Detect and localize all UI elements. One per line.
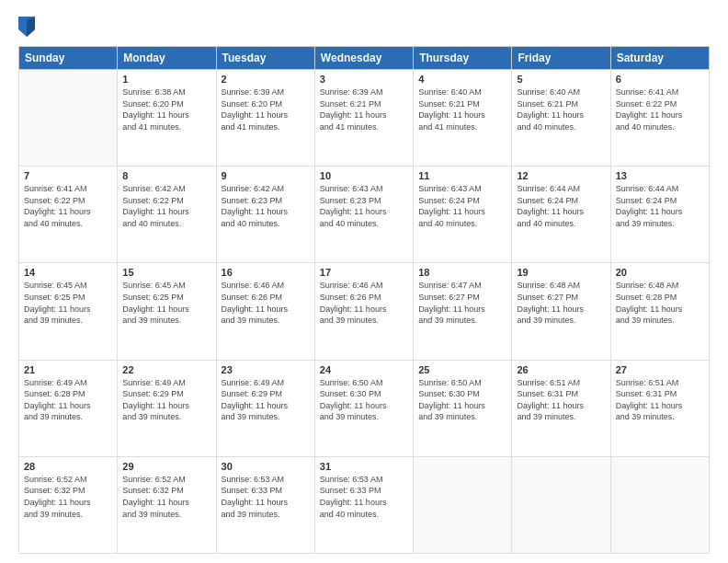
- day-info: Sunrise: 6:45 AM Sunset: 6:25 PM Dayligh…: [24, 280, 112, 326]
- day-number: 19: [517, 267, 605, 278]
- weekday-header: Friday: [512, 47, 610, 70]
- day-number: 16: [222, 267, 310, 278]
- calendar-cell: 23Sunrise: 6:49 AM Sunset: 6:29 PM Dayli…: [216, 360, 314, 456]
- day-number: 3: [320, 74, 408, 85]
- day-info: Sunrise: 6:52 AM Sunset: 6:32 PM Dayligh…: [24, 474, 112, 520]
- day-number: 23: [222, 364, 310, 375]
- day-number: 15: [122, 267, 210, 278]
- day-number: 1: [122, 74, 210, 85]
- calendar-cell: 9Sunrise: 6:42 AM Sunset: 6:23 PM Daylig…: [216, 167, 314, 263]
- calendar-cell: 27Sunrise: 6:51 AM Sunset: 6:31 PM Dayli…: [610, 360, 709, 456]
- calendar-cell: 4Sunrise: 6:40 AM Sunset: 6:21 PM Daylig…: [414, 70, 512, 167]
- day-number: 5: [517, 74, 605, 85]
- day-number: 7: [24, 170, 112, 181]
- day-number: 12: [517, 170, 605, 181]
- header: [18, 17, 710, 37]
- calendar-cell: 7Sunrise: 6:41 AM Sunset: 6:22 PM Daylig…: [19, 167, 118, 263]
- day-info: Sunrise: 6:49 AM Sunset: 6:29 PM Dayligh…: [122, 377, 210, 423]
- day-info: Sunrise: 6:51 AM Sunset: 6:31 PM Dayligh…: [517, 377, 605, 423]
- day-number: 20: [616, 267, 704, 278]
- calendar-cell: [610, 456, 709, 553]
- calendar-cell: 15Sunrise: 6:45 AM Sunset: 6:25 PM Dayli…: [118, 263, 216, 360]
- calendar-cell: 10Sunrise: 6:43 AM Sunset: 6:23 PM Dayli…: [314, 167, 413, 263]
- logo-icon: [18, 17, 35, 37]
- calendar-row: 7Sunrise: 6:41 AM Sunset: 6:22 PM Daylig…: [19, 167, 710, 263]
- calendar-cell: 18Sunrise: 6:47 AM Sunset: 6:27 PM Dayli…: [414, 263, 512, 360]
- day-number: 11: [418, 170, 506, 181]
- day-number: 8: [122, 170, 210, 181]
- day-info: Sunrise: 6:38 AM Sunset: 6:20 PM Dayligh…: [122, 86, 210, 132]
- logo: [18, 17, 37, 37]
- day-info: Sunrise: 6:50 AM Sunset: 6:30 PM Dayligh…: [418, 377, 506, 423]
- calendar-cell: 22Sunrise: 6:49 AM Sunset: 6:29 PM Dayli…: [118, 360, 216, 456]
- calendar-row: 1Sunrise: 6:38 AM Sunset: 6:20 PM Daylig…: [19, 70, 710, 167]
- calendar-cell: 29Sunrise: 6:52 AM Sunset: 6:32 PM Dayli…: [118, 456, 216, 553]
- day-info: Sunrise: 6:53 AM Sunset: 6:33 PM Dayligh…: [320, 474, 408, 520]
- day-number: 17: [320, 267, 408, 278]
- calendar-cell: [414, 456, 512, 553]
- day-info: Sunrise: 6:44 AM Sunset: 6:24 PM Dayligh…: [616, 183, 704, 229]
- day-info: Sunrise: 6:50 AM Sunset: 6:30 PM Dayligh…: [320, 377, 408, 423]
- day-number: 6: [616, 74, 704, 85]
- calendar-row: 28Sunrise: 6:52 AM Sunset: 6:32 PM Dayli…: [19, 456, 710, 553]
- calendar-cell: 5Sunrise: 6:40 AM Sunset: 6:21 PM Daylig…: [512, 70, 610, 167]
- calendar-cell: 13Sunrise: 6:44 AM Sunset: 6:24 PM Dayli…: [610, 167, 709, 263]
- day-number: 27: [616, 364, 704, 375]
- page: SundayMondayTuesdayWednesdayThursdayFrid…: [0, 0, 728, 563]
- day-info: Sunrise: 6:42 AM Sunset: 6:22 PM Dayligh…: [122, 183, 210, 229]
- calendar-cell: 2Sunrise: 6:39 AM Sunset: 6:20 PM Daylig…: [216, 70, 314, 167]
- day-number: 24: [320, 364, 408, 375]
- day-number: 21: [24, 364, 112, 375]
- day-number: 13: [616, 170, 704, 181]
- day-number: 25: [418, 364, 506, 375]
- day-number: 18: [418, 267, 506, 278]
- day-number: 22: [122, 364, 210, 375]
- calendar-cell: 1Sunrise: 6:38 AM Sunset: 6:20 PM Daylig…: [118, 70, 216, 167]
- day-info: Sunrise: 6:46 AM Sunset: 6:26 PM Dayligh…: [320, 280, 408, 326]
- day-number: 31: [320, 461, 408, 472]
- calendar-cell: 30Sunrise: 6:53 AM Sunset: 6:33 PM Dayli…: [216, 456, 314, 553]
- day-info: Sunrise: 6:53 AM Sunset: 6:33 PM Dayligh…: [222, 474, 310, 520]
- day-info: Sunrise: 6:39 AM Sunset: 6:21 PM Dayligh…: [320, 86, 408, 132]
- day-info: Sunrise: 6:41 AM Sunset: 6:22 PM Dayligh…: [616, 86, 704, 132]
- day-info: Sunrise: 6:42 AM Sunset: 6:23 PM Dayligh…: [222, 183, 310, 229]
- day-info: Sunrise: 6:40 AM Sunset: 6:21 PM Dayligh…: [418, 86, 506, 132]
- calendar-cell: [512, 456, 610, 553]
- calendar-cell: 28Sunrise: 6:52 AM Sunset: 6:32 PM Dayli…: [19, 456, 118, 553]
- day-info: Sunrise: 6:40 AM Sunset: 6:21 PM Dayligh…: [517, 86, 605, 132]
- calendar-cell: 31Sunrise: 6:53 AM Sunset: 6:33 PM Dayli…: [314, 456, 413, 553]
- day-info: Sunrise: 6:43 AM Sunset: 6:24 PM Dayligh…: [418, 183, 506, 229]
- header-row: SundayMondayTuesdayWednesdayThursdayFrid…: [19, 47, 710, 70]
- weekday-header: Wednesday: [314, 47, 413, 70]
- day-info: Sunrise: 6:48 AM Sunset: 6:28 PM Dayligh…: [616, 280, 704, 326]
- calendar-cell: 26Sunrise: 6:51 AM Sunset: 6:31 PM Dayli…: [512, 360, 610, 456]
- calendar-cell: 20Sunrise: 6:48 AM Sunset: 6:28 PM Dayli…: [610, 263, 709, 360]
- calendar-body: 1Sunrise: 6:38 AM Sunset: 6:20 PM Daylig…: [19, 70, 710, 554]
- calendar-row: 21Sunrise: 6:49 AM Sunset: 6:28 PM Dayli…: [19, 360, 710, 456]
- day-number: 29: [122, 461, 210, 472]
- calendar-row: 14Sunrise: 6:45 AM Sunset: 6:25 PM Dayli…: [19, 263, 710, 360]
- day-info: Sunrise: 6:39 AM Sunset: 6:20 PM Dayligh…: [222, 86, 310, 132]
- weekday-header: Thursday: [414, 47, 512, 70]
- day-info: Sunrise: 6:45 AM Sunset: 6:25 PM Dayligh…: [122, 280, 210, 326]
- weekday-header: Monday: [118, 47, 216, 70]
- calendar-cell: 16Sunrise: 6:46 AM Sunset: 6:26 PM Dayli…: [216, 263, 314, 360]
- day-number: 4: [418, 74, 506, 85]
- day-number: 14: [24, 267, 112, 278]
- day-number: 28: [24, 461, 112, 472]
- day-info: Sunrise: 6:49 AM Sunset: 6:28 PM Dayligh…: [24, 377, 112, 423]
- day-info: Sunrise: 6:48 AM Sunset: 6:27 PM Dayligh…: [517, 280, 605, 326]
- day-number: 30: [222, 461, 310, 472]
- day-info: Sunrise: 6:44 AM Sunset: 6:24 PM Dayligh…: [517, 183, 605, 229]
- calendar-cell: 3Sunrise: 6:39 AM Sunset: 6:21 PM Daylig…: [314, 70, 413, 167]
- calendar-cell: 19Sunrise: 6:48 AM Sunset: 6:27 PM Dayli…: [512, 263, 610, 360]
- calendar-cell: 17Sunrise: 6:46 AM Sunset: 6:26 PM Dayli…: [314, 263, 413, 360]
- weekday-header: Saturday: [610, 47, 709, 70]
- day-info: Sunrise: 6:52 AM Sunset: 6:32 PM Dayligh…: [122, 474, 210, 520]
- weekday-header: Tuesday: [216, 47, 314, 70]
- day-number: 2: [222, 74, 310, 85]
- calendar-cell: 21Sunrise: 6:49 AM Sunset: 6:28 PM Dayli…: [19, 360, 118, 456]
- day-info: Sunrise: 6:51 AM Sunset: 6:31 PM Dayligh…: [616, 377, 704, 423]
- calendar-cell: 8Sunrise: 6:42 AM Sunset: 6:22 PM Daylig…: [118, 167, 216, 263]
- weekday-header: Sunday: [19, 47, 118, 70]
